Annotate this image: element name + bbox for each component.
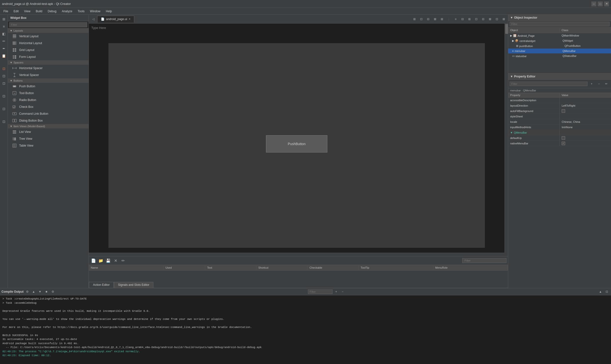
prop-value-layout-direction[interactable]: LeftToRight <box>560 103 611 108</box>
action-delete-btn[interactable]: ✕ <box>112 257 119 264</box>
widget-item-check-box[interactable]: Check Box <box>8 104 89 110</box>
tab-signals-slots-editor[interactable]: Signals and Slots Editor <box>114 282 153 288</box>
compile-filter-input[interactable] <box>308 289 332 294</box>
left-icon-7[interactable]: ⊡ <box>0 65 7 72</box>
toolbar-layout-h[interactable]: ≡ <box>452 16 459 22</box>
compile-settings-btn[interactable]: ⚙ <box>25 289 30 294</box>
autofill-bg-checkbox[interactable] <box>562 109 565 113</box>
prop-row-accessible-desc[interactable]: accessibleDescription <box>508 98 611 103</box>
action-open-btn[interactable]: 📁 <box>98 257 104 264</box>
tab-android-page[interactable]: 📄 android_page.ui ✕ <box>97 16 134 23</box>
widget-item-radio-button[interactable]: Radio Button <box>8 97 89 104</box>
menu-view[interactable]: View <box>22 9 33 13</box>
prop-row-nativemenubar[interactable]: nativeMenuBar ✓ <box>508 141 611 146</box>
widget-item-horizontal-spacer[interactable]: Horizontal Spacer <box>8 65 89 72</box>
left-icon-2[interactable]: ≡ <box>0 23 7 30</box>
widget-section-layouts[interactable]: ▼ Layouts <box>8 28 89 33</box>
push-button-widget[interactable]: PushButton <box>266 135 327 153</box>
toolbar-layout-tab[interactable]: ⊠ <box>501 16 507 22</box>
toolbar-layout-brk[interactable]: ⊠ <box>487 16 493 22</box>
compile-down-btn[interactable]: ▼ <box>37 289 43 294</box>
widget-section-spacers[interactable]: ▼ Spacers <box>8 60 89 65</box>
prop-value-input-method-hints[interactable]: ImhNone <box>560 125 611 130</box>
widget-item-push-button[interactable]: OK Push Button <box>8 83 89 90</box>
left-icon-help2[interactable]: ⊡ <box>0 118 7 125</box>
compile-up-btn[interactable]: ▲ <box>31 289 36 294</box>
menu-debug[interactable]: Debug <box>45 9 59 13</box>
menu-window[interactable]: Window <box>88 9 103 13</box>
prop-row-defaultup[interactable]: defaultUp <box>508 135 611 141</box>
widget-item-tool-button[interactable]: ⚙ Tool Button <box>8 90 89 97</box>
widget-item-vertical-layout[interactable]: Vertical Layout <box>8 33 89 40</box>
compile-stop-btn[interactable]: ■ <box>44 289 49 294</box>
obj-row-centralwidget[interactable]: ▶ 📦 centralwidget QWidget <box>508 38 611 43</box>
widget-item-grid-layout[interactable]: Grid Layout <box>8 47 89 53</box>
action-edit-btn[interactable]: ✏ <box>120 257 126 264</box>
close-button[interactable]: ✕ <box>604 1 609 6</box>
widget-item-tree-view[interactable]: Tree View <box>8 135 89 142</box>
canvas-scroll-thumb[interactable] <box>505 24 508 34</box>
tab-action-editor[interactable]: Action Editor <box>89 282 114 288</box>
action-new-btn[interactable]: 📄 <box>90 257 97 264</box>
compile-expand-btn[interactable]: ⊡ <box>604 289 610 294</box>
left-icon-5[interactable]: ✒ <box>0 45 7 52</box>
widget-section-buttons[interactable]: ▼ Buttons <box>8 78 89 83</box>
left-icon-1[interactable]: ⊞ <box>0 16 7 23</box>
property-filter-input[interactable] <box>510 82 587 86</box>
toolbar-layout-sp[interactable]: ⊟ <box>480 16 486 22</box>
defaultup-checkbox[interactable] <box>562 136 565 140</box>
compile-filter-remove[interactable]: − <box>340 289 345 294</box>
menu-build[interactable]: Build <box>33 9 45 13</box>
menu-file[interactable]: File <box>1 9 11 13</box>
obj-row-pushbutton[interactable]: ⊞ pushButton QPushButton <box>508 43 611 49</box>
action-save-btn[interactable]: 💾 <box>105 257 111 264</box>
obj-row-android-page[interactable]: ▶ 🪟 Android_Page QMainWindow <box>508 33 611 38</box>
prop-row-stylesheet[interactable]: styleSheet <box>508 114 611 119</box>
toolbar-layout-v[interactable]: ⊟ <box>459 16 466 22</box>
prop-add-button[interactable]: + <box>588 81 595 87</box>
property-editor-title[interactable]: ▼ Property Editor <box>508 74 611 80</box>
prop-row-locale[interactable]: locale Chinese, China <box>508 119 611 125</box>
obj-row-statusbar[interactable]: ▭ statusbar QStatusBar <box>508 53 611 59</box>
nativemenubar-checkbox[interactable]: ✓ <box>562 142 565 145</box>
widget-item-form-layout[interactable]: Form Layout <box>8 53 89 60</box>
widget-item-vertical-spacer[interactable]: Vertical Spacer <box>8 72 89 78</box>
prop-row-layout-direction[interactable]: layoutDirection LeftToRight <box>508 103 611 108</box>
compile-gear-btn[interactable]: ⚙ <box>50 289 55 294</box>
minimize-button[interactable]: ─ <box>591 1 596 6</box>
widget-filter-input[interactable] <box>9 22 87 27</box>
widget-item-horizontal-layout[interactable]: Horizontal Layout <box>8 40 89 47</box>
design-canvas[interactable]: Type Here PushButton <box>89 24 504 253</box>
prop-row-autofill-bg[interactable]: autoFillBackground <box>508 108 611 114</box>
left-icon-4[interactable]: ✏ <box>0 38 7 45</box>
prop-row-input-method-hints[interactable]: inputMethodHints ImhNone <box>508 125 611 130</box>
menu-edit[interactable]: Edit <box>11 9 21 13</box>
prop-value-stylesheet[interactable] <box>560 114 611 119</box>
widget-item-dialog-button-box[interactable]: Dialog Button Box <box>8 117 89 124</box>
toolbar-form-settings[interactable]: ⊠ <box>432 16 438 22</box>
toolbar-show-grid[interactable]: ⊡ <box>418 16 424 22</box>
tab-close-button[interactable]: ✕ <box>129 18 131 20</box>
toolbar-edit2[interactable]: ⊞ <box>439 16 445 22</box>
canvas-widget-area[interactable]: PushButton <box>109 43 485 248</box>
widget-section-item-views[interactable]: ▼ Item Views (Model-Based) <box>8 124 89 129</box>
left-icon-3[interactable]: ◧ <box>0 30 7 37</box>
toolbar-snap-grid[interactable]: ⊞ <box>411 16 418 22</box>
prop-configure-button[interactable]: ✏ <box>603 81 610 87</box>
canvas-horizontal-scrollbar[interactable] <box>89 253 504 256</box>
left-icon-8[interactable]: ⊡ <box>0 73 7 79</box>
maximize-button[interactable]: □ <box>598 1 603 6</box>
action-filter-input[interactable] <box>462 258 506 263</box>
prop-value-nativemenubar[interactable]: ✓ <box>560 141 611 146</box>
canvas-vertical-scrollbar[interactable] <box>504 24 508 253</box>
left-icon-6[interactable]: 📋 <box>0 52 7 59</box>
object-inspector-title[interactable]: ▼ Object Inspector <box>508 15 611 21</box>
left-icon-projects[interactable]: ⊡ <box>0 105 7 112</box>
toolbar-layout-g[interactable]: ⊞ <box>466 16 473 22</box>
toolbar-preview[interactable]: ⊟ <box>425 16 431 22</box>
prop-remove-button[interactable]: − <box>596 81 602 87</box>
tab-nav-left[interactable]: ◁ <box>90 16 97 23</box>
left-icon-debug[interactable]: ⊡ <box>0 93 7 100</box>
prop-row-qmenubar-section[interactable]: ▼ QMenuBar <box>508 130 611 135</box>
widget-item-table-view[interactable]: Table View <box>8 142 89 149</box>
